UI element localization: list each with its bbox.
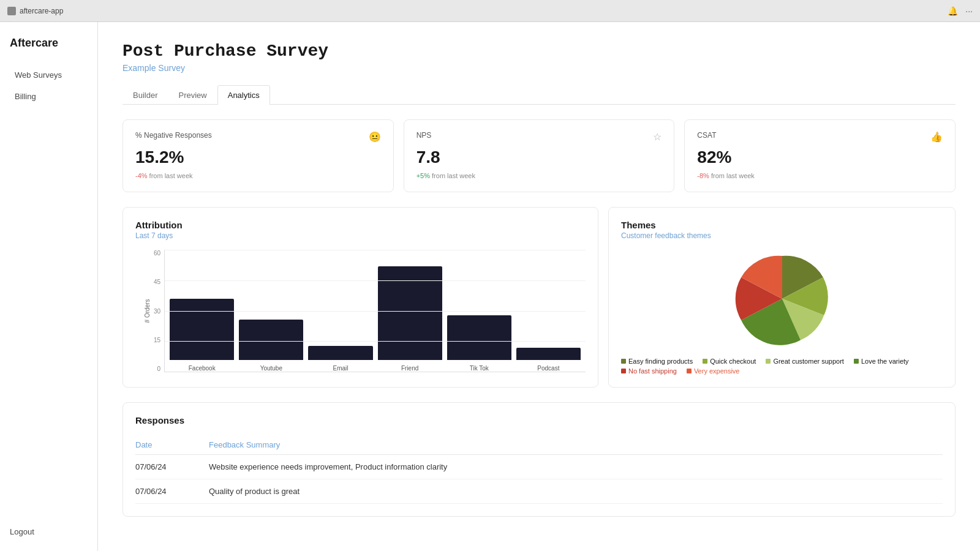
legend-dot-very-expensive xyxy=(687,369,692,373)
app-favicon-icon xyxy=(7,7,16,15)
kpi-label-negative: % Negative Responses xyxy=(135,131,212,140)
kpi-value-csat: 82% xyxy=(697,148,943,167)
page-subtitle: Example Survey xyxy=(123,63,956,73)
tab-analytics[interactable]: Analytics xyxy=(217,85,270,105)
pie-legend: Easy finding products Quick checkout Gre… xyxy=(621,358,943,375)
bar-youtube: Youtube xyxy=(239,320,303,372)
tab-preview[interactable]: Preview xyxy=(168,85,217,105)
themes-chart-title: Themes xyxy=(621,220,943,230)
bar-chart-bars: Facebook Youtube Email xyxy=(164,250,586,372)
kpi-header-csat: CSAT 👍 xyxy=(697,131,943,143)
legend-dot-easy-finding xyxy=(621,359,626,364)
app-body: Aftercare Web Surveys Billing Logout Pos… xyxy=(0,22,980,551)
sidebar-brand: Aftercare xyxy=(10,37,88,50)
topbar-right: 🔔 ··· xyxy=(948,6,973,16)
main-content: Post Purchase Survey Example Survey Buil… xyxy=(98,22,980,551)
legend-very-expensive: Very expensive xyxy=(687,367,740,375)
sidebar-item-web-surveys[interactable]: Web Surveys xyxy=(10,67,88,83)
topbar-left: aftercare-app xyxy=(7,7,63,15)
bar-podcast: Podcast xyxy=(516,348,581,372)
row-feedback-1: Quality of product is great xyxy=(209,479,943,504)
bar-friend: Friend xyxy=(378,266,442,372)
table-header-row: Date Feedback Summary xyxy=(135,435,943,455)
tab-builder[interactable]: Builder xyxy=(123,85,168,105)
legend-love-variety: Love the variety xyxy=(854,358,909,365)
topbar: aftercare-app 🔔 ··· xyxy=(0,0,980,22)
attribution-chart-subtitle: Last 7 days xyxy=(135,231,586,240)
pie-chart-area: Easy finding products Quick checkout Gre… xyxy=(621,250,943,375)
bar-facebook: Facebook xyxy=(170,299,234,372)
legend-great-support: Great customer support xyxy=(766,358,844,365)
sidebar-nav: Web Surveys Billing xyxy=(10,67,88,105)
app-name: aftercare-app xyxy=(20,7,63,15)
notification-icon[interactable]: 🔔 xyxy=(948,6,958,16)
kpi-header-nps: NPS ☆ xyxy=(417,131,662,143)
more-options-icon[interactable]: ··· xyxy=(965,6,973,16)
legend-easy-finding: Easy finding products xyxy=(621,358,693,365)
legend-quick-checkout: Quick checkout xyxy=(703,358,756,365)
kpi-value-nps: 7.8 xyxy=(417,148,662,167)
attribution-chart-card: Attribution Last 7 days # Orders 60 45 3… xyxy=(123,207,598,388)
legend-dot-love-variety xyxy=(854,359,859,364)
themes-chart-subtitle: Customer feedback themes xyxy=(621,231,943,240)
col-feedback: Feedback Summary xyxy=(209,435,943,455)
pie-chart-svg xyxy=(733,250,831,348)
charts-row: Attribution Last 7 days # Orders 60 45 3… xyxy=(123,207,956,388)
row-date-1: 07/06/24 xyxy=(135,479,209,504)
row-feedback-0: Website experience needs improvement, Pr… xyxy=(209,455,943,479)
sidebar-top: Aftercare Web Surveys Billing xyxy=(10,37,88,105)
attribution-chart-title: Attribution xyxy=(135,220,586,230)
y-axis-ticks: 60 45 30 15 0 xyxy=(154,250,164,372)
kpi-icon-csat: 👍 xyxy=(930,131,943,143)
responses-table-body: 07/06/24 Website experience needs improv… xyxy=(135,455,943,504)
kpi-card-nps: NPS ☆ 7.8 +5% from last week xyxy=(404,119,675,192)
bar-tiktok: Tik Tok xyxy=(447,315,511,372)
kpi-card-negative-responses: % Negative Responses 😐 15.2% -4% from la… xyxy=(123,119,394,192)
responses-table-header: Date Feedback Summary xyxy=(135,435,943,455)
kpi-label-csat: CSAT xyxy=(697,131,716,140)
legend-dot-quick-checkout xyxy=(703,359,707,364)
kpi-header-negative: % Negative Responses 😐 xyxy=(135,131,381,143)
y-axis-label: # Orders xyxy=(144,299,151,323)
kpi-icon-nps: ☆ xyxy=(653,131,662,143)
table-row: 07/06/24 Quality of product is great xyxy=(135,479,943,504)
page-title: Post Purchase Survey xyxy=(123,42,956,61)
responses-title: Responses xyxy=(135,415,943,425)
kpi-icon-negative: 😐 xyxy=(369,131,381,143)
responses-table: Date Feedback Summary 07/06/24 Website e… xyxy=(135,435,943,504)
bar-email: Email xyxy=(308,346,372,372)
kpi-card-csat: CSAT 👍 82% -8% from last week xyxy=(684,119,956,192)
kpi-change-csat: -8% from last week xyxy=(697,170,943,181)
kpi-value-negative: 15.2% xyxy=(135,148,381,167)
table-row: 07/06/24 Website experience needs improv… xyxy=(135,455,943,479)
kpi-row: % Negative Responses 😐 15.2% -4% from la… xyxy=(123,119,956,192)
sidebar-logout[interactable]: Logout xyxy=(10,527,88,536)
legend-dot-no-fast-shipping xyxy=(621,369,626,373)
sidebar: Aftercare Web Surveys Billing Logout xyxy=(0,22,98,551)
kpi-change-nps: +5% from last week xyxy=(417,170,662,181)
sidebar-item-billing[interactable]: Billing xyxy=(10,88,88,105)
legend-dot-great-support xyxy=(766,359,771,364)
themes-chart-card: Themes Customer feedback themes xyxy=(608,207,956,388)
responses-card: Responses Date Feedback Summary 07/06/24… xyxy=(123,402,956,517)
row-date-0: 07/06/24 xyxy=(135,455,209,479)
col-date: Date xyxy=(135,435,209,455)
legend-no-fast-shipping: No fast shipping xyxy=(621,367,677,375)
tab-bar: Builder Preview Analytics xyxy=(123,85,956,105)
kpi-change-negative: -4% from last week xyxy=(135,170,381,181)
kpi-label-nps: NPS xyxy=(417,131,432,140)
